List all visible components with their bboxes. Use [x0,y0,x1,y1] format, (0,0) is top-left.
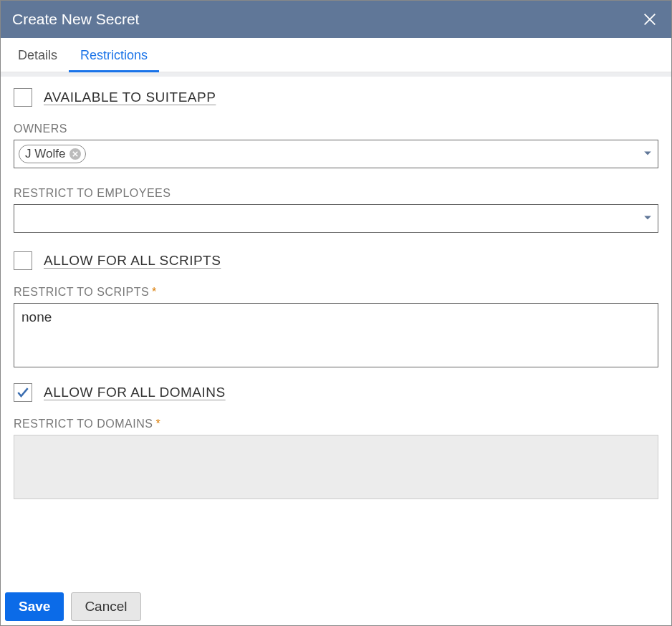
available-to-suiteapp-checkbox[interactable] [14,88,32,107]
dropdown-caret-icon[interactable] [643,148,652,160]
available-to-suiteapp-row[interactable]: AVAILABLE TO SUITEAPP [14,88,658,107]
dialog-create-new-secret: Create New Secret Details Restrictions A… [0,0,672,626]
owners-label: OWNERS [14,122,658,135]
dialog-title: Create New Secret [12,11,139,28]
cancel-button[interactable]: Cancel [71,592,140,621]
owners-select[interactable]: J Wolfe [14,140,658,168]
allow-for-all-scripts-checkbox[interactable] [14,251,32,270]
available-to-suiteapp-label: AVAILABLE TO SUITEAPP [44,90,216,105]
restrict-to-scripts-value: none [21,309,52,324]
tab-bar: Details Restrictions [1,38,671,72]
owner-chip-label: J Wolfe [25,147,65,161]
restrict-to-employees-select[interactable] [14,204,658,233]
dialog-footer: Save Cancel [1,587,671,625]
allow-for-all-domains-row[interactable]: ALLOW FOR ALL DOMAINS [14,383,658,402]
allow-for-all-domains-checkbox[interactable] [14,383,32,402]
tab-restrictions-label: Restrictions [80,48,148,62]
owner-chip[interactable]: J Wolfe [19,145,86,163]
allow-for-all-domains-label: ALLOW FOR ALL DOMAINS [44,385,226,400]
tab-restrictions[interactable]: Restrictions [69,38,159,72]
restrict-to-scripts-input[interactable]: none [14,303,658,367]
dropdown-caret-icon[interactable] [643,212,652,225]
tab-details-label: Details [18,48,57,62]
restrict-to-domains-label: RESTRICT TO DOMAINS* [14,418,658,430]
allow-for-all-scripts-row[interactable]: ALLOW FOR ALL SCRIPTS [14,251,658,270]
close-icon[interactable] [640,9,660,29]
remove-chip-icon[interactable] [69,148,81,160]
restrict-to-domains-input [14,435,658,499]
restrict-to-employees-label: RESTRICT TO EMPLOYEES [14,187,658,200]
tab-details[interactable]: Details [6,38,69,72]
dialog-titlebar: Create New Secret [1,1,671,38]
save-button[interactable]: Save [5,592,64,621]
restrict-to-scripts-label: RESTRICT TO SCRIPTS* [14,286,658,299]
form-body: AVAILABLE TO SUITEAPP OWNERS J Wolfe RES… [1,77,671,587]
allow-for-all-scripts-label: ALLOW FOR ALL SCRIPTS [44,253,221,269]
